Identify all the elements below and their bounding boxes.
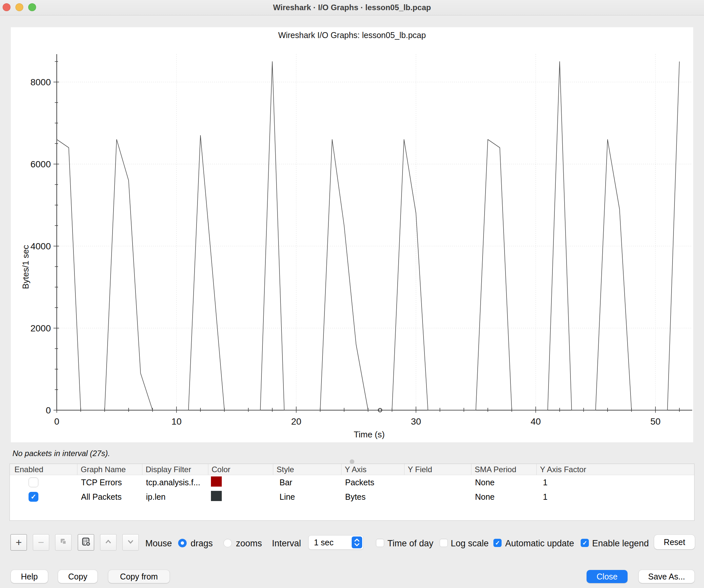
y-axis-label: Bytes/1 sec — [21, 245, 31, 289]
display-filter-cell[interactable]: ip.len — [142, 492, 208, 502]
mouse-drags-radio[interactable] — [178, 539, 187, 547]
color-swatch[interactable] — [211, 476, 222, 487]
graph-enabled-checkbox[interactable]: ✓ — [28, 492, 38, 502]
mouse-drags-label[interactable]: drags — [191, 538, 213, 549]
reset-button[interactable]: Reset — [654, 535, 695, 549]
color-swatch[interactable] — [211, 491, 222, 501]
y-axis-cell[interactable]: Bytes — [341, 492, 404, 502]
style-cell[interactable]: Bar — [273, 478, 341, 487]
svg-text:4000: 4000 — [31, 241, 51, 251]
chart-title: Wireshark I/O Graphs: lesson05_lb.pcap — [11, 31, 693, 40]
plus-icon: + — [16, 537, 22, 548]
mouse-zooms-radio[interactable] — [223, 539, 232, 547]
column-header[interactable]: Color — [208, 464, 273, 475]
svg-text:40: 40 — [530, 416, 541, 426]
enabled-cell: ✓ — [10, 492, 77, 502]
svg-text:0: 0 — [54, 416, 59, 426]
add-graph-button[interactable]: + — [10, 534, 27, 550]
chevron-up-icon — [104, 537, 113, 547]
display-filter-cell[interactable]: tcp.analysis.f... — [142, 478, 208, 487]
close-window-icon[interactable] — [3, 3, 10, 11]
table-row[interactable]: TCP Errorstcp.analysis.f...BarPacketsNon… — [10, 475, 694, 489]
mouse-zooms-label[interactable]: zooms — [236, 538, 262, 549]
svg-text:8000: 8000 — [31, 77, 51, 87]
y-axis-cell[interactable]: Packets — [341, 478, 404, 487]
zoom-window-icon[interactable] — [28, 3, 36, 11]
svg-text:6000: 6000 — [31, 159, 51, 169]
mouse-label: Mouse — [145, 538, 172, 549]
clear-graphs-button[interactable] — [78, 534, 94, 550]
plot-area[interactable]: 0102030405002000400060008000 — [11, 27, 693, 442]
svg-text:0: 0 — [46, 405, 51, 415]
duplicate-graph-button[interactable] — [55, 534, 71, 550]
x-axis-label: Time (s) — [57, 429, 682, 440]
graphs-table-header: EnabledGraph NameDisplay FilterColorStyl… — [10, 464, 694, 475]
svg-text:2000: 2000 — [31, 323, 51, 333]
time-of-day-checkbox[interactable] — [376, 539, 384, 547]
save-as-button[interactable]: Save As... — [639, 570, 695, 583]
svg-text:10: 10 — [171, 416, 181, 426]
column-header[interactable]: Display Filter — [142, 464, 208, 475]
color-cell[interactable] — [208, 476, 273, 488]
help-button[interactable]: Help — [11, 570, 48, 583]
enable-legend-label[interactable]: Enable legend — [592, 538, 649, 549]
time-of-day-label[interactable]: Time of day — [388, 538, 433, 549]
splitter-handle[interactable] — [350, 459, 354, 464]
svg-text:20: 20 — [291, 416, 301, 426]
automatic-update-label[interactable]: Automatic update — [505, 538, 574, 549]
enable-legend-checkbox[interactable]: ✓ — [581, 539, 589, 547]
hover-status-text: No packets in interval (27s). — [12, 449, 110, 458]
column-header[interactable]: Style — [273, 464, 341, 475]
style-cell[interactable]: Line — [273, 492, 341, 502]
y-axis-factor-cell[interactable]: 1 — [536, 478, 694, 487]
interval-label: Interval — [272, 538, 301, 549]
automatic-update-checkbox[interactable]: ✓ — [493, 539, 502, 547]
all-packets-line — [57, 62, 680, 410]
sma-period-cell[interactable]: None — [471, 478, 536, 487]
io-graph-panel: 0102030405002000400060008000 Wireshark I… — [11, 27, 693, 442]
window-title: Wireshark · I/O Graphs · lesson05_lb.pca… — [0, 0, 704, 15]
svg-text:30: 30 — [411, 416, 421, 426]
column-header[interactable]: Y Axis Factor — [536, 464, 694, 475]
move-up-button[interactable] — [100, 534, 116, 550]
graph-enabled-checkbox[interactable] — [28, 477, 38, 487]
popup-stepper-icon — [352, 536, 362, 548]
graph-name-cell[interactable]: TCP Errors — [77, 478, 142, 487]
copy-from-button[interactable]: Copy from — [108, 570, 170, 583]
svg-text:50: 50 — [650, 416, 660, 426]
graphs-table: EnabledGraph NameDisplay FilterColorStyl… — [9, 464, 695, 521]
duplicate-icon — [59, 537, 68, 547]
graphs-table-body: TCP Errorstcp.analysis.f...BarPacketsNon… — [10, 475, 694, 504]
y-axis-factor-cell[interactable]: 1 — [536, 492, 694, 502]
column-header[interactable]: Enabled — [10, 464, 77, 475]
log-scale-label[interactable]: Log scale — [451, 538, 489, 549]
graph-name-cell[interactable]: All Packets — [77, 492, 142, 502]
interval-select[interactable]: 1 sec — [308, 535, 363, 549]
minimize-window-icon[interactable] — [15, 3, 23, 11]
interval-value: 1 sec — [314, 535, 334, 549]
sma-period-cell[interactable]: None — [471, 492, 536, 502]
move-down-button[interactable] — [122, 534, 139, 550]
column-header[interactable]: SMA Period — [471, 464, 536, 475]
minus-icon: − — [38, 537, 44, 548]
copy-button[interactable]: Copy — [58, 570, 98, 583]
table-row[interactable]: ✓All Packetsip.lenLineBytesNone1 — [10, 489, 694, 504]
column-header[interactable]: Y Field — [404, 464, 471, 475]
chevron-down-icon — [126, 537, 135, 547]
column-header[interactable]: Y Axis — [341, 464, 404, 475]
enabled-cell — [10, 477, 77, 487]
log-scale-checkbox[interactable] — [439, 539, 448, 547]
column-header[interactable]: Graph Name — [77, 464, 142, 475]
color-cell[interactable] — [208, 491, 273, 503]
close-button[interactable]: Close — [587, 570, 628, 583]
title-bar: Wireshark · I/O Graphs · lesson05_lb.pca… — [0, 0, 704, 15]
clear-list-icon — [81, 537, 91, 548]
remove-graph-button[interactable]: − — [33, 534, 49, 550]
